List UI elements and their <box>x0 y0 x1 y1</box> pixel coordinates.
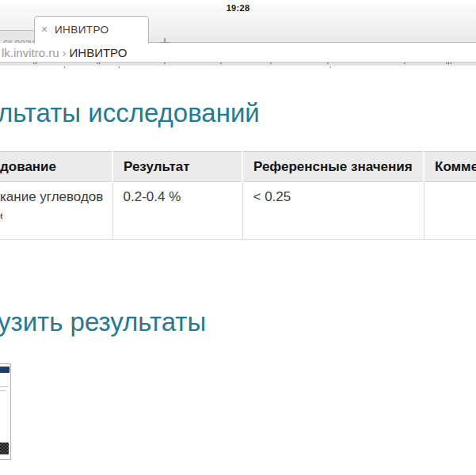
research-clipped-fragment: е <box>0 208 2 219</box>
thumbnail-header-bar <box>0 367 10 373</box>
table-header-row: дование Результат Референсные значения К… <box>0 152 476 182</box>
breadcrumb-separator: › <box>59 46 70 59</box>
clock-label: 19:28 <box>227 3 250 13</box>
status-bar: 19:28 <box>0 0 476 13</box>
column-header-result: Результат <box>112 152 242 182</box>
active-tab-label: ИНВИТРО <box>55 24 109 36</box>
tab-close-icon[interactable]: × <box>41 23 48 36</box>
url-page-title: ИНВИТРО <box>70 46 128 59</box>
qr-code-icon <box>0 443 9 454</box>
url-domain: lk.invitro.ru <box>2 46 59 59</box>
download-results-heading: узить результаты <box>0 307 206 337</box>
column-header-reference: Референсные значения <box>242 152 424 182</box>
active-tab[interactable]: × ИНВИТРО <box>34 16 149 44</box>
document-thumbnail[interactable] <box>0 363 11 460</box>
cell-comment <box>424 182 476 240</box>
browser-window: 19:28 ск резу + × ИНВИТРО lk.invitro.ru›… <box>0 0 476 475</box>
cell-result: 0.2-0.4 % <box>112 182 242 240</box>
thumbnail-text-line <box>0 390 6 391</box>
breadcrumb: lk.invitro.ru›ИНВИТРО <box>2 46 127 59</box>
column-header-research: дование <box>0 152 112 182</box>
cell-reference: < 0.25 <box>242 182 424 240</box>
research-name: кание углеводов <box>0 189 103 204</box>
results-table: дование Результат Референсные значения К… <box>0 151 476 240</box>
table-row: кание углеводов е 0.2-0.4 % < 0.25 <box>0 182 476 240</box>
url-bar[interactable]: lk.invitro.ru›ИНВИТРО <box>0 43 476 63</box>
results-heading: льтаты исследований <box>0 98 260 128</box>
column-header-comment: Коммен <box>424 152 476 182</box>
cell-research: кание углеводов е <box>0 182 112 240</box>
thumbnail-text-line <box>0 386 9 387</box>
